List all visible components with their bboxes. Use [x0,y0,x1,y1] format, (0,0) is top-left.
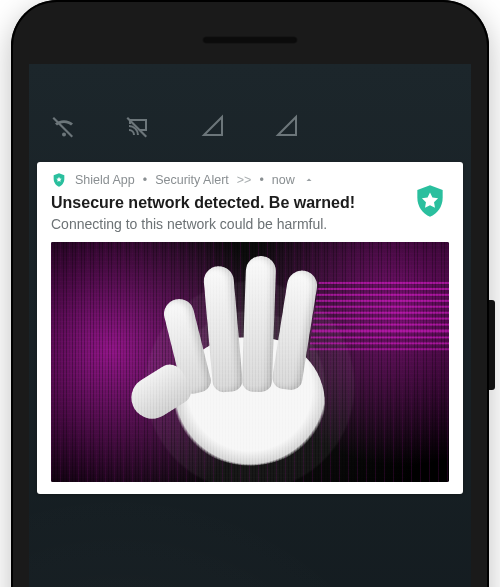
cast-off-icon[interactable] [125,113,151,139]
notification-card[interactable]: Shield App • Security Alert >> • now Uns… [37,162,463,494]
phone-speaker [202,36,298,44]
shield-star-icon [51,172,67,188]
notification-title: Unsecure network detected. Be warned! [51,194,449,212]
side-button [489,300,495,390]
screen: 5:34 PM [29,64,471,587]
cell-signal-1-icon[interactable] [200,113,226,139]
notification-arrows: >> [237,173,252,187]
wifi-off-icon[interactable] [51,113,77,139]
cell-signal-2-icon[interactable] [274,113,300,139]
shield-star-icon [411,182,449,220]
notification-big-picture [51,242,449,482]
notification-body: Connecting to this network could be harm… [51,216,449,232]
notification-time: now [272,173,295,187]
chevron-up-icon[interactable] [303,174,315,186]
dot-sep: • [143,173,147,187]
notification-app-name: Shield App [75,173,135,187]
hand-finger-shape [242,256,277,393]
dot-sep: • [259,173,263,187]
notification-header: Shield App • Security Alert >> • now [51,172,449,188]
phone-frame: 5:34 PM [11,0,489,587]
glitch-lines [309,280,449,350]
notification-category: Security Alert [155,173,229,187]
